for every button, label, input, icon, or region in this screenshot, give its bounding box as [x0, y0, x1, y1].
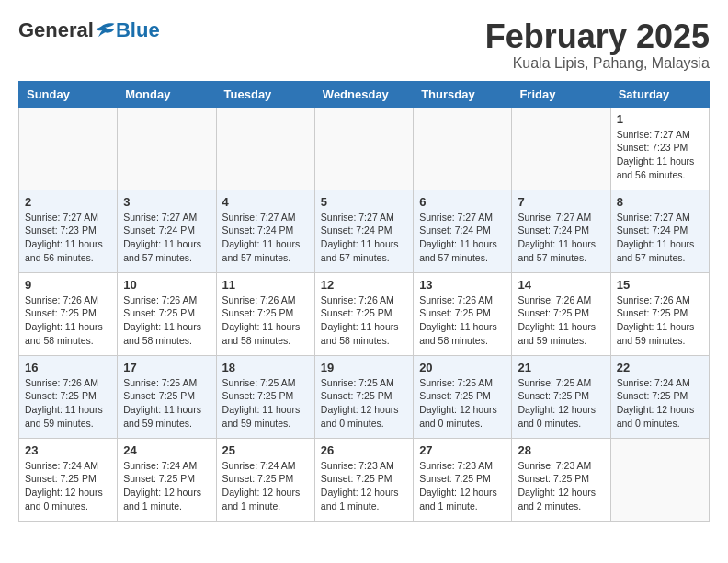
day-number: 20 — [419, 361, 506, 374]
calendar-day-cell: 15Sunrise: 7:26 AM Sunset: 7:25 PM Dayli… — [610, 272, 709, 355]
day-number: 21 — [518, 361, 604, 374]
calendar-day-cell — [118, 107, 216, 190]
day-info: Sunrise: 7:25 AM Sunset: 7:25 PM Dayligh… — [321, 376, 407, 431]
calendar-day-cell — [610, 438, 709, 521]
day-number: 17 — [123, 361, 210, 374]
calendar-title: February 2025 — [485, 18, 710, 55]
calendar-day-cell: 23Sunrise: 7:24 AM Sunset: 7:25 PM Dayli… — [19, 438, 118, 521]
day-info: Sunrise: 7:27 AM Sunset: 7:24 PM Dayligh… — [222, 211, 309, 265]
day-number: 3 — [123, 195, 210, 209]
day-number: 27 — [419, 443, 506, 457]
day-number: 7 — [518, 195, 604, 209]
day-info: Sunrise: 7:23 AM Sunset: 7:25 PM Dayligh… — [321, 459, 407, 513]
day-number: 4 — [222, 195, 309, 209]
day-number: 9 — [25, 278, 111, 292]
calendar-day-cell: 10Sunrise: 7:26 AM Sunset: 7:25 PM Dayli… — [118, 272, 216, 355]
calendar-day-cell: 4Sunrise: 7:27 AM Sunset: 7:24 PM Daylig… — [216, 190, 314, 272]
day-info: Sunrise: 7:26 AM Sunset: 7:25 PM Dayligh… — [321, 293, 407, 348]
calendar-day-cell: 9Sunrise: 7:26 AM Sunset: 7:25 PM Daylig… — [19, 272, 118, 355]
day-number: 13 — [419, 278, 506, 292]
calendar-day-cell: 17Sunrise: 7:25 AM Sunset: 7:25 PM Dayli… — [118, 355, 216, 438]
day-number: 24 — [123, 443, 210, 457]
calendar-day-cell: 7Sunrise: 7:27 AM Sunset: 7:24 PM Daylig… — [512, 190, 610, 272]
calendar-day-cell: 26Sunrise: 7:23 AM Sunset: 7:25 PM Dayli… — [314, 438, 413, 521]
calendar-day-cell: 21Sunrise: 7:25 AM Sunset: 7:25 PM Dayli… — [512, 355, 610, 438]
day-info: Sunrise: 7:26 AM Sunset: 7:25 PM Dayligh… — [25, 293, 111, 348]
logo: General Blue — [18, 18, 160, 42]
calendar-day-cell: 25Sunrise: 7:24 AM Sunset: 7:25 PM Dayli… — [216, 438, 314, 521]
day-info: Sunrise: 7:25 AM Sunset: 7:25 PM Dayligh… — [419, 376, 506, 431]
calendar-day-cell — [19, 107, 118, 190]
calendar-week-row: 23Sunrise: 7:24 AM Sunset: 7:25 PM Dayli… — [19, 438, 710, 521]
day-number: 12 — [321, 278, 407, 292]
weekday-header-cell: Sunday — [19, 81, 118, 107]
day-number: 22 — [617, 361, 703, 374]
weekday-header-row: SundayMondayTuesdayWednesdayThursdayFrid… — [19, 81, 710, 107]
calendar-day-cell: 1Sunrise: 7:27 AM Sunset: 7:23 PM Daylig… — [610, 107, 709, 190]
day-info: Sunrise: 7:25 AM Sunset: 7:25 PM Dayligh… — [123, 376, 210, 431]
calendar-day-cell: 5Sunrise: 7:27 AM Sunset: 7:24 PM Daylig… — [314, 190, 413, 272]
calendar-day-cell: 14Sunrise: 7:26 AM Sunset: 7:25 PM Dayli… — [512, 272, 610, 355]
calendar-week-row: 1Sunrise: 7:27 AM Sunset: 7:23 PM Daylig… — [19, 107, 710, 190]
day-number: 11 — [222, 278, 309, 292]
calendar-week-row: 9Sunrise: 7:26 AM Sunset: 7:25 PM Daylig… — [19, 272, 710, 355]
day-info: Sunrise: 7:26 AM Sunset: 7:25 PM Dayligh… — [25, 376, 111, 431]
day-info: Sunrise: 7:24 AM Sunset: 7:25 PM Dayligh… — [617, 376, 703, 431]
logo-blue-text: Blue — [116, 18, 160, 42]
day-number: 10 — [123, 278, 210, 292]
calendar-day-cell: 12Sunrise: 7:26 AM Sunset: 7:25 PM Dayli… — [314, 272, 413, 355]
day-info: Sunrise: 7:27 AM Sunset: 7:24 PM Dayligh… — [617, 211, 703, 265]
day-info: Sunrise: 7:27 AM Sunset: 7:24 PM Dayligh… — [123, 211, 210, 265]
weekday-header-cell: Monday — [118, 81, 216, 107]
day-info: Sunrise: 7:26 AM Sunset: 7:25 PM Dayligh… — [419, 293, 506, 348]
day-info: Sunrise: 7:25 AM Sunset: 7:25 PM Dayligh… — [222, 376, 309, 431]
day-info: Sunrise: 7:27 AM Sunset: 7:24 PM Dayligh… — [518, 211, 604, 265]
day-info: Sunrise: 7:26 AM Sunset: 7:25 PM Dayligh… — [617, 293, 703, 348]
day-info: Sunrise: 7:24 AM Sunset: 7:25 PM Dayligh… — [25, 459, 111, 513]
weekday-header-cell: Thursday — [414, 81, 512, 107]
calendar-day-cell: 18Sunrise: 7:25 AM Sunset: 7:25 PM Dayli… — [216, 355, 314, 438]
day-number: 5 — [321, 195, 407, 209]
day-info: Sunrise: 7:24 AM Sunset: 7:25 PM Dayligh… — [123, 459, 210, 513]
calendar-day-cell: 3Sunrise: 7:27 AM Sunset: 7:24 PM Daylig… — [118, 190, 216, 272]
calendar-day-cell — [414, 107, 512, 190]
title-block: February 2025 Kuala Lipis, Pahang, Malay… — [485, 18, 710, 72]
day-info: Sunrise: 7:27 AM Sunset: 7:24 PM Dayligh… — [321, 211, 407, 265]
day-number: 28 — [518, 443, 604, 457]
calendar-day-cell: 6Sunrise: 7:27 AM Sunset: 7:24 PM Daylig… — [414, 190, 512, 272]
day-info: Sunrise: 7:25 AM Sunset: 7:25 PM Dayligh… — [518, 376, 604, 431]
day-info: Sunrise: 7:26 AM Sunset: 7:25 PM Dayligh… — [222, 293, 309, 348]
day-number: 2 — [25, 195, 111, 209]
page-header: General Blue February 2025 Kuala Lipis, … — [18, 18, 710, 72]
calendar-day-cell — [216, 107, 314, 190]
calendar-day-cell: 24Sunrise: 7:24 AM Sunset: 7:25 PM Dayli… — [118, 438, 216, 521]
calendar-day-cell: 19Sunrise: 7:25 AM Sunset: 7:25 PM Dayli… — [314, 355, 413, 438]
day-number: 26 — [321, 443, 407, 457]
day-number: 18 — [222, 361, 309, 374]
logo-general-text: General — [18, 18, 94, 42]
calendar-day-cell: 8Sunrise: 7:27 AM Sunset: 7:24 PM Daylig… — [610, 190, 709, 272]
day-number: 23 — [25, 443, 111, 457]
weekday-header-cell: Wednesday — [314, 81, 413, 107]
day-info: Sunrise: 7:23 AM Sunset: 7:25 PM Dayligh… — [518, 459, 604, 513]
day-info: Sunrise: 7:27 AM Sunset: 7:23 PM Dayligh… — [617, 128, 703, 182]
calendar-day-cell: 11Sunrise: 7:26 AM Sunset: 7:25 PM Dayli… — [216, 272, 314, 355]
calendar-table: SundayMondayTuesdayWednesdayThursdayFrid… — [18, 81, 710, 522]
day-number: 6 — [419, 195, 506, 209]
day-number: 15 — [617, 278, 703, 292]
calendar-day-cell: 16Sunrise: 7:26 AM Sunset: 7:25 PM Dayli… — [19, 355, 118, 438]
weekday-header-cell: Saturday — [610, 81, 709, 107]
logo-bird-icon — [96, 22, 116, 39]
calendar-day-cell: 13Sunrise: 7:26 AM Sunset: 7:25 PM Dayli… — [414, 272, 512, 355]
day-info: Sunrise: 7:23 AM Sunset: 7:25 PM Dayligh… — [419, 459, 506, 513]
calendar-week-row: 2Sunrise: 7:27 AM Sunset: 7:23 PM Daylig… — [19, 190, 710, 272]
day-info: Sunrise: 7:26 AM Sunset: 7:25 PM Dayligh… — [518, 293, 604, 348]
calendar-day-cell: 20Sunrise: 7:25 AM Sunset: 7:25 PM Dayli… — [414, 355, 512, 438]
calendar-day-cell — [512, 107, 610, 190]
day-info: Sunrise: 7:27 AM Sunset: 7:23 PM Dayligh… — [25, 211, 111, 265]
day-number: 19 — [321, 361, 407, 374]
day-info: Sunrise: 7:27 AM Sunset: 7:24 PM Dayligh… — [419, 211, 506, 265]
calendar-day-cell: 22Sunrise: 7:24 AM Sunset: 7:25 PM Dayli… — [610, 355, 709, 438]
day-number: 1 — [617, 112, 703, 126]
calendar-day-cell — [314, 107, 413, 190]
